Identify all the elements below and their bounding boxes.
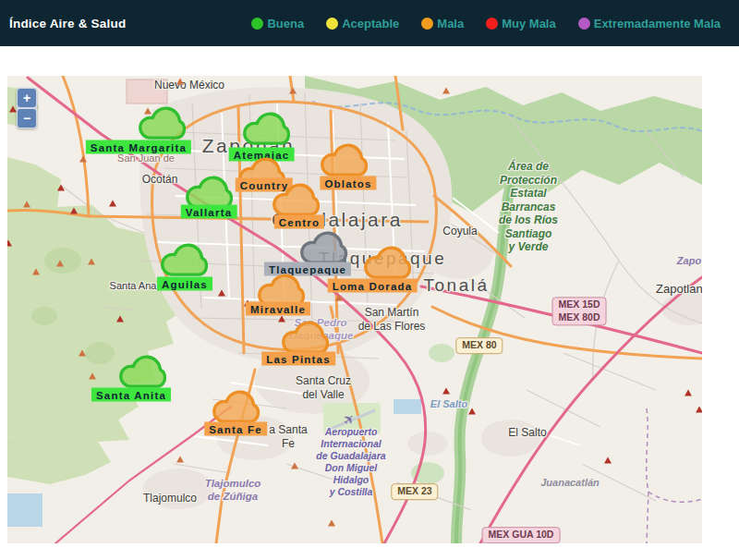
legend-label: Mala (437, 17, 464, 30)
legend-label: Muy Mala (502, 17, 556, 30)
station-label[interactable]: Oblatos (320, 177, 376, 190)
cloud-icon[interactable] (137, 101, 190, 141)
legend-label: Buena (267, 17, 304, 30)
legend-item-muy-mala: Muy Mala (486, 17, 556, 30)
station-label[interactable]: Aguilas (157, 277, 212, 291)
station-label[interactable]: Santa Margarita (86, 140, 191, 154)
muy-mala-color-dot (486, 18, 498, 30)
station-label[interactable]: Santa Anita (91, 388, 171, 402)
cloud-icon[interactable] (159, 237, 212, 278)
legend-label: Aceptable (342, 17, 399, 30)
station-label[interactable]: Santa Fe (204, 422, 267, 436)
cloud-icon[interactable] (280, 315, 333, 356)
legend-item-buena: Buena (251, 17, 304, 30)
cloud-icon[interactable] (362, 240, 416, 281)
zoom-control: + − (17, 88, 37, 128)
cloud-icon[interactable] (211, 384, 264, 425)
mala-color-dot (421, 18, 433, 30)
cloud-icon[interactable] (241, 106, 295, 147)
legend-item-aceptable: Aceptable (326, 17, 399, 30)
app-window: Índice Aire & Salud Buena Aceptable Mala… (0, 0, 739, 560)
cloud-icon[interactable] (319, 138, 372, 178)
extremadamente-mala-color-dot (578, 18, 590, 30)
station-label[interactable]: Las Pintas (261, 352, 335, 366)
app-header: Índice Aire & Salud Buena Aceptable Mala… (0, 0, 739, 46)
aceptable-color-dot (326, 18, 338, 30)
zoom-in-button[interactable]: + (18, 89, 36, 107)
legend-item-extremadamente-mala: Extremadamente Mala (578, 17, 721, 30)
cloud-icon[interactable] (271, 177, 324, 218)
buena-color-dot (251, 18, 263, 30)
legend-label: Extremadamente Mala (594, 17, 721, 30)
cloud-icon[interactable] (298, 225, 352, 266)
map-canvas[interactable]: Nuevo MéxicoZapopanSan Juan deOcotánGuad… (7, 76, 702, 543)
station-label[interactable]: Loma Dorada (328, 279, 418, 293)
app-title: Índice Aire & Salud (0, 17, 126, 30)
zoom-out-button[interactable]: − (18, 109, 36, 128)
station-label[interactable]: Vallarta (181, 205, 237, 219)
station-label[interactable]: Miravalle (246, 302, 310, 316)
cloud-icon[interactable] (117, 349, 171, 390)
aqi-legend: Buena Aceptable Mala Muy Mala Extremadam… (251, 17, 739, 30)
legend-item-mala: Mala (421, 17, 464, 30)
